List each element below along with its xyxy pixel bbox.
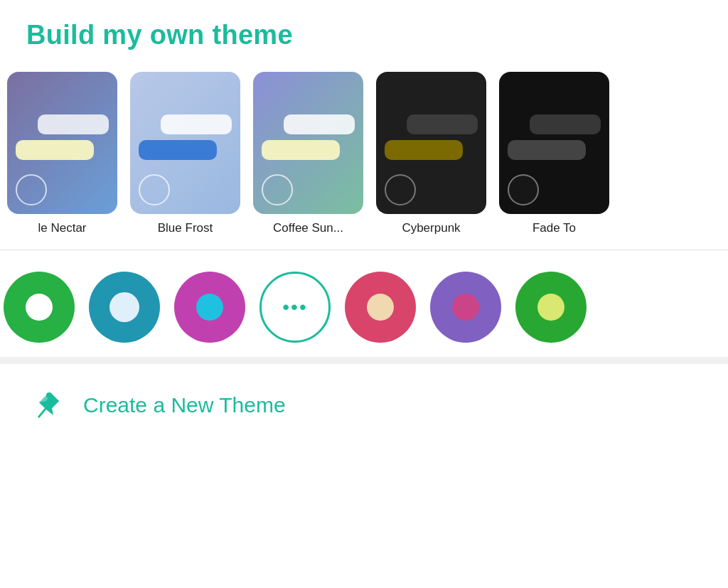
- theme-preview: [253, 72, 363, 214]
- theme-card-coffee-sun[interactable]: Coffee Sun...: [253, 72, 363, 235]
- bubble-top: [161, 114, 232, 134]
- inner-dot: [367, 294, 394, 321]
- bubble-top: [530, 114, 601, 134]
- bubble-bottom: [262, 140, 340, 160]
- pin-icon-container: [26, 385, 66, 425]
- theme-label: Blue Frost: [158, 221, 213, 235]
- theme-label: Coffee Sun...: [273, 221, 343, 235]
- msg-bubbles: [508, 114, 601, 160]
- header: Build my own theme: [0, 0, 728, 65]
- theme-preview: [499, 72, 609, 214]
- msg-bubbles: [16, 114, 109, 160]
- theme-card-fade-to[interactable]: Fade To: [499, 72, 609, 235]
- more-dots-icon: •••: [282, 297, 307, 317]
- create-theme-label: Create a New Theme: [83, 393, 286, 417]
- color-circle-cc3[interactable]: [174, 272, 245, 343]
- theme-preview: [130, 72, 240, 214]
- bubble-top: [407, 114, 478, 134]
- theme-radio[interactable]: [139, 174, 170, 205]
- theme-label: le Nectar: [38, 221, 86, 235]
- bubble-bottom: [385, 140, 463, 160]
- color-circles-row: •••: [0, 257, 728, 357]
- inner-dot: [26, 294, 53, 321]
- bottom-separator: [0, 357, 728, 364]
- bubble-bottom: [508, 140, 586, 160]
- color-circle-cc5[interactable]: [345, 272, 416, 343]
- color-circle-cc7[interactable]: [515, 272, 587, 343]
- page-container: Build my own theme le Nectar Blue Frost: [0, 0, 728, 588]
- theme-preview: [7, 72, 117, 214]
- theme-preview: [376, 72, 486, 214]
- theme-card-purple-nectar[interactable]: le Nectar: [7, 72, 117, 235]
- theme-label: Fade To: [532, 221, 576, 235]
- inner-dot: [537, 294, 564, 321]
- msg-bubbles: [385, 114, 478, 160]
- themes-scroll: le Nectar Blue Frost Coffee Sun...: [0, 65, 728, 242]
- divider: [0, 250, 728, 250]
- theme-radio[interactable]: [16, 174, 47, 205]
- color-circle-cc2[interactable]: [89, 272, 160, 343]
- theme-label: Cyberpunk: [402, 221, 460, 235]
- theme-radio[interactable]: [385, 174, 416, 205]
- color-circle-cc1[interactable]: [4, 272, 75, 343]
- inner-dot: [452, 294, 479, 321]
- inner-dot: [109, 292, 139, 322]
- color-circle-cc6[interactable]: [430, 272, 501, 343]
- svg-point-0: [46, 392, 52, 398]
- create-theme-row[interactable]: Create a New Theme: [0, 364, 728, 447]
- pin-icon: [29, 388, 63, 422]
- bubble-top: [38, 114, 109, 134]
- more-circle[interactable]: •••: [259, 272, 331, 343]
- theme-card-cyberpunk[interactable]: Cyberpunk: [376, 72, 486, 235]
- theme-radio[interactable]: [508, 174, 539, 205]
- page-title: Build my own theme: [26, 20, 707, 50]
- msg-bubbles: [262, 114, 355, 160]
- theme-radio[interactable]: [262, 174, 293, 205]
- msg-bubbles: [139, 114, 232, 160]
- bubble-top: [284, 114, 355, 134]
- bubble-bottom: [139, 140, 217, 160]
- bubble-bottom: [16, 140, 94, 160]
- theme-card-blue-frost[interactable]: Blue Frost: [130, 72, 240, 235]
- inner-dot: [196, 294, 223, 321]
